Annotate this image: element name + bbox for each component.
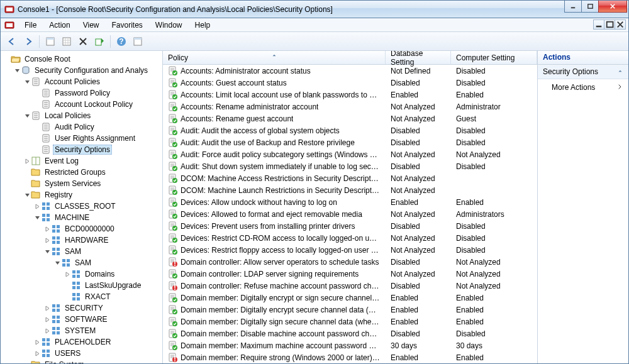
minimize-button[interactable] <box>564 1 582 13</box>
policy-row[interactable]: Domain member: Maximum machine account p… <box>163 339 537 351</box>
twisty-open-icon[interactable] <box>33 214 41 221</box>
twisty-open-icon[interactable] <box>23 361 31 364</box>
tree-item-account-lockout[interactable]: Account Lockout Policy <box>1 99 162 110</box>
policy-row[interactable]: Devices: Allowed to format and eject rem… <box>163 208 537 220</box>
policy-row[interactable]: Domain member: Digitally encrypt secure … <box>163 304 537 316</box>
properties-button[interactable] <box>59 34 74 49</box>
tree-item-event-log[interactable]: Event Log <box>1 155 162 167</box>
policy-row[interactable]: Domain member: Digitally encrypt or sign… <box>163 292 537 304</box>
twisty-closed-icon[interactable] <box>43 304 51 312</box>
tree-pane[interactable]: Console RootSecurity Configuration and A… <box>1 51 163 364</box>
tree-item-rxact[interactable]: RXACT <box>1 291 162 302</box>
delete-button[interactable] <box>75 34 91 49</box>
twisty-open-icon[interactable] <box>23 112 31 119</box>
tree-item-users[interactable]: USERS <box>1 348 162 359</box>
menu-favorites[interactable]: Favorites <box>107 19 148 31</box>
policy-row[interactable]: Accounts: Administrator account statusNo… <box>163 65 537 77</box>
twisty-closed-icon[interactable] <box>43 327 51 334</box>
policy-row[interactable]: DCOM: Machine Launch Restrictions in Sec… <box>163 184 537 196</box>
policy-list[interactable]: Accounts: Administrator account statusNo… <box>163 65 537 364</box>
twisty-closed-icon[interactable] <box>43 316 51 323</box>
tree-item-bcd[interactable]: BCD00000000 <box>1 223 162 234</box>
policy-row[interactable]: Accounts: Guest account statusDisabledDi… <box>163 77 537 89</box>
tree-item-password-policy[interactable]: Password Policy <box>1 87 162 99</box>
tree-item-hardware[interactable]: HARDWARE <box>1 234 162 246</box>
tree-item-file-system[interactable]: File System <box>1 359 162 364</box>
policy-row[interactable]: Accounts: Rename administrator accountNo… <box>163 101 537 113</box>
column-computer-setting[interactable]: Computer Setting <box>451 51 537 64</box>
back-button[interactable] <box>4 34 19 49</box>
tree-item-local-policies[interactable]: Local Policies <box>1 110 162 121</box>
tree-item-audit-policy[interactable]: Audit Policy <box>1 121 162 133</box>
policy-row[interactable]: Domain controller: Allow server operator… <box>163 256 537 268</box>
actions-more[interactable]: More Actions <box>538 79 628 96</box>
policy-row[interactable]: Audit: Shut down system immediately if u… <box>163 160 537 172</box>
twisty-open-icon[interactable] <box>53 259 61 267</box>
menu-view[interactable]: View <box>78 19 104 31</box>
show-hide-button[interactable] <box>43 34 58 49</box>
twisty-closed-icon[interactable] <box>33 350 41 357</box>
tree-item-classes-root[interactable]: CLASSES_ROOT <box>1 201 162 212</box>
tree-item-sam2[interactable]: SAM <box>1 257 162 268</box>
menu-file[interactable]: File <box>19 19 42 31</box>
forward-button[interactable] <box>21 34 36 49</box>
tree-item-system[interactable]: SYSTEM <box>1 325 162 336</box>
policy-name: Domain member: Digitally encrypt or sign… <box>181 294 381 302</box>
twisty-closed-icon[interactable] <box>33 202 41 210</box>
export-button[interactable] <box>92 34 107 49</box>
twisty-closed-icon[interactable] <box>23 157 31 165</box>
policy-row[interactable]: Devices: Prevent users from installing p… <box>163 220 537 232</box>
tree-item-machine[interactable]: MACHINE <box>1 212 162 223</box>
tree-item-account-policies[interactable]: Account Policies <box>1 76 162 87</box>
policy-row[interactable]: Domain controller: Refuse machine accoun… <box>163 280 537 292</box>
tree-item-system-services[interactable]: System Services <box>1 178 162 189</box>
options-button[interactable] <box>130 34 145 49</box>
policy-row[interactable]: Devices: Restrict CD-ROM access to local… <box>163 232 537 244</box>
tree-item-sca[interactable]: Security Configuration and Analys <box>1 65 162 76</box>
tree-item-domains[interactable]: Domains <box>1 268 162 280</box>
tree-item-user-rights[interactable]: User Rights Assignment <box>1 133 162 144</box>
tree-item-sam[interactable]: SAM <box>1 246 162 257</box>
mdi-close-button[interactable] <box>615 19 626 30</box>
menu-action[interactable]: Action <box>44 19 75 31</box>
twisty-open-icon[interactable] <box>13 67 21 74</box>
policy-row[interactable]: Domain controller: LDAP server signing r… <box>163 268 537 280</box>
menu-help[interactable]: Help <box>190 19 216 31</box>
twisty-closed-icon[interactable] <box>33 338 41 346</box>
policy-row[interactable]: Domain member: Disable machine account p… <box>163 328 537 339</box>
tree-item-registry[interactable]: Registry <box>1 189 162 201</box>
actions-section[interactable]: Security Options <box>538 65 628 79</box>
tree-item-lastsku[interactable]: LastSkuUpgrade <box>1 280 162 291</box>
tree-item-software[interactable]: SOFTWARE <box>1 314 162 325</box>
twisty-open-icon[interactable] <box>43 248 51 255</box>
close-button[interactable] <box>598 1 627 13</box>
policy-row[interactable]: Domain member: Digitally sign secure cha… <box>163 316 537 328</box>
mdi-minimize-button[interactable] <box>593 19 604 30</box>
twisty-closed-icon[interactable] <box>43 236 51 244</box>
twisty-open-icon[interactable] <box>23 191 31 199</box>
tree-item-security-options[interactable]: Security Options <box>1 144 162 155</box>
policy-row[interactable]: Audit: Force audit policy subcategory se… <box>163 148 537 160</box>
policy-row[interactable]: Audit: Audit the use of Backup and Resto… <box>163 136 537 148</box>
column-database-setting[interactable]: Database Setting <box>386 51 451 64</box>
column-policy[interactable]: Policy <box>163 51 386 64</box>
policy-row[interactable]: Devices: Allow undock without having to … <box>163 196 537 208</box>
tree-item-root[interactable]: Console Root <box>1 53 162 65</box>
actions-pane: Actions Security Options More Actions <box>538 51 628 364</box>
tree-item-restricted-groups[interactable]: Restricted Groups <box>1 167 162 178</box>
twisty-closed-icon[interactable] <box>43 225 51 233</box>
policy-row[interactable]: Domain member: Require strong (Windows 2… <box>163 351 537 363</box>
help-button[interactable] <box>114 34 129 49</box>
twisty-closed-icon[interactable] <box>64 270 71 278</box>
maximize-button[interactable] <box>581 1 599 13</box>
policy-row[interactable]: DCOM: Machine Access Restrictions in Sec… <box>163 172 537 184</box>
policy-row[interactable]: Accounts: Limit local account use of bla… <box>163 89 537 101</box>
policy-row[interactable]: Accounts: Rename guest accountNot Analyz… <box>163 113 537 124</box>
twisty-open-icon[interactable] <box>23 78 31 85</box>
policy-row[interactable]: Devices: Restrict floppy access to local… <box>163 244 537 256</box>
menu-window[interactable]: Window <box>150 19 187 31</box>
tree-item-security[interactable]: SECURITY <box>1 302 162 314</box>
mdi-restore-button[interactable] <box>604 19 615 30</box>
policy-row[interactable]: Audit: Audit the access of global system… <box>163 124 537 136</box>
tree-item-placeholder[interactable]: PLACEHOLDER <box>1 336 162 348</box>
